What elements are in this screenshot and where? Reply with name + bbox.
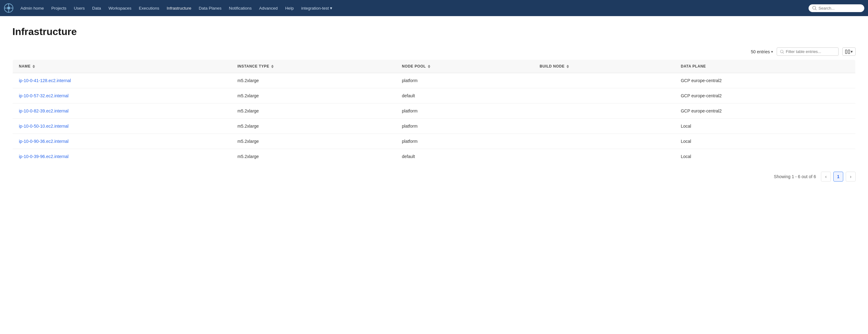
column-toggle-arrow: ▾ [851,49,853,54]
cell-build-node [533,104,675,119]
nav-notifications[interactable]: Notifications [226,4,255,12]
cell-node-pool: platform [396,134,533,149]
svg-rect-11 [848,50,850,54]
col-data-plane: DATA PLANE [675,60,855,73]
nav-help[interactable]: Help [282,4,297,12]
cell-data-plane: GCP europe-central2 [675,73,855,88]
sort-node-pool-icon [428,65,430,68]
entries-chevron-icon: ▾ [771,50,773,54]
sort-build-node-icon [566,65,569,68]
table-row: ip-10-0-57-32.ec2.internalm5.2xlargedefa… [13,88,856,104]
nav-users[interactable]: Users [71,4,88,12]
table-body: ip-10-0-41-128.ec2.internalm5.2xlargepla… [13,73,856,164]
entries-selector[interactable]: 50 entries ▾ [751,49,773,54]
cell-data-plane: GCP europe-central2 [675,88,855,104]
pagination-prev-button[interactable]: ‹ [821,172,831,182]
nav-admin-home[interactable]: Admin home [17,4,47,12]
column-toggle-button[interactable]: ▾ [842,48,856,56]
main-content: Infrastructure 50 entries ▾ ▾ [0,16,868,192]
chevron-down-icon: ▾ [330,6,332,10]
table-row: ip-10-0-90-36.ec2.internalm5.2xlargeplat… [13,134,856,149]
nav-data[interactable]: Data [89,4,104,12]
search-input[interactable] [818,6,861,10]
cell-build-node [533,88,675,104]
cell-node-pool: platform [396,73,533,88]
cell-instance-type: m5.2xlarge [231,88,396,104]
col-instance-type[interactable]: INSTANCE TYPE [231,60,396,73]
table-row: ip-10-0-82-39.ec2.internalm5.2xlargeplat… [13,104,856,119]
filter-input-wrapper [777,48,839,56]
nav-integration-test[interactable]: integration-test ▾ [298,4,335,12]
app-logo [4,3,13,13]
table-row: ip-10-0-50-10.ec2.internalm5.2xlargeplat… [13,119,856,134]
cell-name[interactable]: ip-10-0-90-36.ec2.internal [13,134,231,149]
cell-name[interactable]: ip-10-0-41-128.ec2.internal [13,73,231,88]
cell-build-node [533,149,675,164]
cell-build-node [533,134,675,149]
entries-count: 50 entries [751,49,770,54]
cell-name[interactable]: ip-10-0-50-10.ec2.internal [13,119,231,134]
col-node-pool[interactable]: NODE POOL [396,60,533,73]
cell-node-pool: platform [396,104,533,119]
table-controls: 50 entries ▾ ▾ [12,48,856,56]
cell-build-node [533,119,675,134]
nav-infrastructure[interactable]: Infrastructure [163,4,194,12]
cell-instance-type: m5.2xlarge [231,134,396,149]
pagination-bar: Showing 1 - 6 out of 6 ‹ 1 › [12,172,856,182]
cell-build-node [533,73,675,88]
table-row: ip-10-0-39-96.ec2.internalm5.2xlargedefa… [13,149,856,164]
filter-search-icon [780,50,784,54]
svg-rect-10 [845,50,847,54]
cell-name[interactable]: ip-10-0-82-39.ec2.internal [13,104,231,119]
col-name[interactable]: NAME [13,60,231,73]
cell-data-plane: Local [675,134,855,149]
cell-node-pool: platform [396,119,533,134]
nav-advanced[interactable]: Advanced [256,4,281,12]
top-navigation: Admin home Projects Users Data Workspace… [0,0,868,16]
cell-name[interactable]: ip-10-0-57-32.ec2.internal [13,88,231,104]
svg-line-7 [815,9,816,10]
pagination-next-button[interactable]: › [846,172,856,182]
cell-data-plane: Local [675,119,855,134]
sort-name-icon [32,65,35,68]
nav-projects[interactable]: Projects [48,4,70,12]
page-title: Infrastructure [12,26,856,37]
pagination-info: Showing 1 - 6 out of 6 [774,174,816,179]
cell-instance-type: m5.2xlarge [231,119,396,134]
cell-data-plane: GCP europe-central2 [675,104,855,119]
table-row: ip-10-0-41-128.ec2.internalm5.2xlargepla… [13,73,856,88]
cell-instance-type: m5.2xlarge [231,104,396,119]
nav-workspaces[interactable]: Workspaces [105,4,134,12]
cell-node-pool: default [396,88,533,104]
cell-node-pool: default [396,149,533,164]
cell-instance-type: m5.2xlarge [231,149,396,164]
pagination-page-1-button[interactable]: 1 [833,172,843,182]
filter-table-input[interactable] [786,49,835,54]
search-icon [812,6,816,10]
columns-icon [845,50,850,54]
svg-line-9 [783,52,784,53]
col-build-node[interactable]: BUILD NODE [533,60,675,73]
global-search [809,4,864,12]
svg-point-1 [7,6,10,9]
cell-instance-type: m5.2xlarge [231,73,396,88]
sort-instance-type-icon [271,65,274,68]
nav-executions[interactable]: Executions [135,4,162,12]
cell-data-plane: Local [675,149,855,164]
infrastructure-table: NAME INSTANCE TYPE [12,59,856,164]
cell-name[interactable]: ip-10-0-39-96.ec2.internal [13,149,231,164]
table-header: NAME INSTANCE TYPE [13,60,856,73]
nav-data-planes[interactable]: Data Planes [196,4,225,12]
